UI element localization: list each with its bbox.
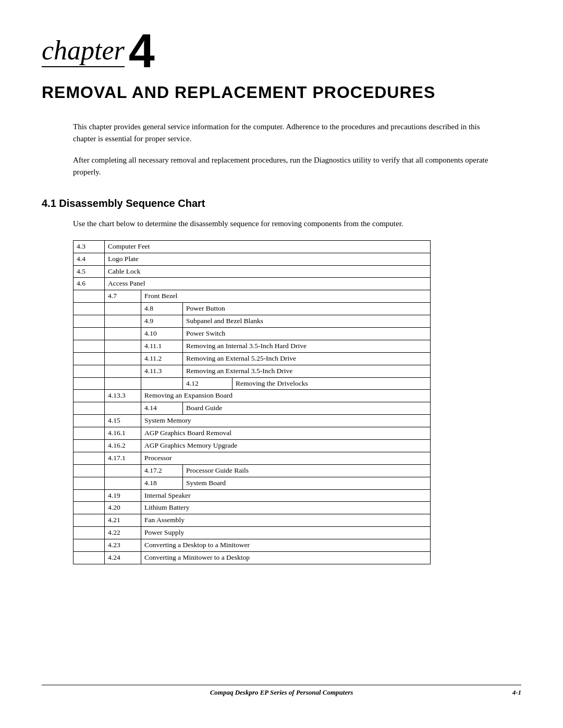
section-label: Front Bezel [141, 290, 431, 303]
section-number: 4.10 [141, 327, 183, 340]
table-row: 4.20Lithium Battery [74, 502, 431, 514]
table-row: 4.10Power Switch [74, 327, 431, 340]
section-number: 4.23 [105, 539, 141, 552]
section-number: 4.7 [105, 290, 141, 303]
chapter-word: chapter [42, 37, 125, 67]
table-row: 4.17.1Processor [74, 452, 431, 464]
section-number: 4.3 [74, 240, 105, 253]
section-41-intro: Use the chart below to determine the dis… [73, 218, 500, 230]
section-number: 4.6 [74, 278, 105, 290]
table-row: 4.22Power Supply [74, 527, 431, 539]
footer: Compaq Deskpro EP Series of Personal Com… [42, 685, 521, 697]
table-row: 4.16.1AGP Graphics Board Removal [74, 427, 431, 440]
table-row: 4.8Power Button [74, 303, 431, 315]
section-number: 4.13.3 [105, 390, 141, 402]
section-label: Cable Lock [105, 265, 431, 278]
section-number: 4.9 [141, 315, 183, 328]
section-label: Access Panel [105, 278, 431, 290]
table-row: 4.24Converting a Minitower to a Desktop [74, 552, 431, 564]
table-row: 4.23Converting a Desktop to a Minitower [74, 539, 431, 552]
table-row: 4.17.2Processor Guide Rails [74, 464, 431, 477]
section-label: Converting a Desktop to a Minitower [141, 539, 431, 552]
section-number: 4.18 [141, 477, 183, 489]
page-title: Removal and Replacement Procedures [42, 83, 521, 102]
section-number: 4.15 [105, 415, 141, 427]
footer-page: 4-1 [512, 688, 521, 697]
section-number: 4.4 [74, 253, 105, 265]
section-label: Power Switch [183, 327, 431, 340]
table-row: 4.19Internal Speaker [74, 489, 431, 502]
section-number: 4.19 [105, 489, 141, 502]
intro-paragraph-1: This chapter provides general service in… [73, 121, 500, 145]
chapter-number: 4 [129, 31, 155, 71]
section-number: 4.11.2 [141, 352, 183, 365]
section-label: Removing an External 5.25-Inch Drive [183, 352, 431, 365]
section-number: 4.5 [74, 265, 105, 278]
section-number: 4.11.3 [141, 365, 183, 377]
section-label: Removing an Internal 3.5-Inch Hard Drive [183, 340, 431, 352]
section-number: 4.17.1 [105, 452, 141, 464]
section-label: Removing an Expansion Board [141, 390, 431, 402]
section-label: Removing an External 3.5-Inch Drive [183, 365, 431, 377]
section-41-heading: 4.1 Disassembly Sequence Chart [42, 198, 521, 209]
table-row: 4.4Logo Plate [74, 253, 431, 265]
table-row: 4.3Computer Feet [74, 240, 431, 253]
section-label: Power Supply [141, 527, 431, 539]
section-number: 4.12 [183, 377, 232, 390]
chapter-header: chapter 4 [42, 31, 521, 67]
table-row: 4.11.3Removing an External 3.5-Inch Driv… [74, 365, 431, 377]
section-label: Lithium Battery [141, 502, 431, 514]
section-label: System Board [183, 477, 431, 489]
section-label: Logo Plate [105, 253, 431, 265]
table-row: 4.16.2AGP Graphics Memory Upgrade [74, 440, 431, 452]
section-number: 4.16.2 [105, 440, 141, 452]
table-row: 4.9Subpanel and Bezel Blanks [74, 315, 431, 328]
section-label: AGP Graphics Memory Upgrade [141, 440, 431, 452]
intro-paragraph-2: After completing all necessary removal a… [73, 154, 500, 179]
page: chapter 4 Removal and Replacement Proced… [0, 0, 563, 728]
disassembly-chart: 4.3Computer Feet4.4Logo Plate4.5Cable Lo… [73, 240, 431, 564]
table-row: 4.13.3Removing an Expansion Board [74, 390, 431, 402]
section-label: Converting a Minitower to a Desktop [141, 552, 431, 564]
section-label: Subpanel and Bezel Blanks [183, 315, 431, 328]
section-number: 4.21 [105, 514, 141, 527]
section-label: Fan Assembly [141, 514, 431, 527]
section-label: System Memory [141, 415, 431, 427]
table-row: 4.14Board Guide [74, 402, 431, 415]
section-label: Internal Speaker [141, 489, 431, 502]
section-label: Computer Feet [105, 240, 431, 253]
section-label: Power Button [183, 303, 431, 315]
table-row: 4.11.1Removing an Internal 3.5-Inch Hard… [74, 340, 431, 352]
section-label: Processor [141, 452, 431, 464]
section-number: 4.20 [105, 502, 141, 514]
footer-text: Compaq Deskpro EP Series of Personal Com… [210, 688, 353, 697]
section-label: AGP Graphics Board Removal [141, 427, 431, 440]
table-row: 4.5Cable Lock [74, 265, 431, 278]
table-row: 4.6Access Panel [74, 278, 431, 290]
section-number: 4.8 [141, 303, 183, 315]
table-row: 4.21Fan Assembly [74, 514, 431, 527]
table-row: 4.7Front Bezel [74, 290, 431, 303]
table-row: 4.11.2Removing an External 5.25-Inch Dri… [74, 352, 431, 365]
section-number: 4.11.1 [141, 340, 183, 352]
section-number: 4.17.2 [141, 464, 183, 477]
section-label: Board Guide [183, 402, 431, 415]
table-row: 4.12Removing the Drivelocks [74, 377, 431, 390]
table-row: 4.15System Memory [74, 415, 431, 427]
section-number: 4.16.1 [105, 427, 141, 440]
chart-container: 4.3Computer Feet4.4Logo Plate4.5Cable Lo… [73, 240, 500, 564]
section-label: Removing the Drivelocks [232, 377, 431, 390]
section-label: Processor Guide Rails [183, 464, 431, 477]
section-number: 4.22 [105, 527, 141, 539]
section-number: 4.24 [105, 552, 141, 564]
table-row: 4.18System Board [74, 477, 431, 489]
section-number: 4.14 [141, 402, 183, 415]
